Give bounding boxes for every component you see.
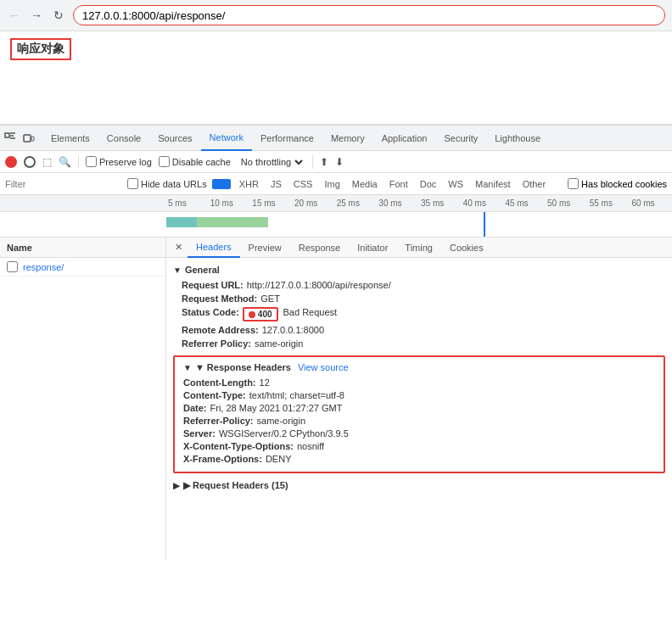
devtools-tabs: Elements Console Sources Network Perform… (0, 126, 672, 151)
filter-font[interactable]: Font (386, 179, 412, 189)
remote-address-row: Remote Address: 127.0.0.1:8000 (173, 325, 665, 335)
tab-cookies[interactable]: Cookies (441, 238, 492, 258)
inspect-icon[interactable] (3, 131, 17, 145)
request-method-row: Request Method: GET (173, 293, 665, 304)
tab-network[interactable]: Network (201, 126, 252, 151)
browser-chrome: ← → ↻ (0, 0, 672, 31)
filter-media[interactable]: Media (349, 179, 381, 189)
request-url-key: Request URL: (182, 280, 244, 290)
filter-icon[interactable]: ⬚ (42, 156, 52, 168)
tab-elements[interactable]: Elements (42, 126, 98, 151)
referrer-policy-val: same-origin (255, 338, 303, 349)
devtools-toolbar: ⬚ 🔍 Preserve log Disable cache No thrott… (0, 151, 672, 173)
tab-preview[interactable]: Preview (240, 238, 290, 258)
referrer-policy-row: Referrer Policy: same-origin (173, 338, 665, 349)
refresh-button[interactable]: ↻ (51, 8, 66, 23)
request-headers-title: ▶ Request Headers (15) (183, 480, 288, 491)
timeline-bar-area (0, 212, 672, 238)
url-input[interactable] (82, 9, 656, 22)
device-icon[interactable] (22, 131, 36, 145)
rh-key-x-frame-options: X-Frame-Options: (183, 454, 262, 464)
filter-js[interactable]: JS (267, 179, 285, 189)
rh-key-referrer-policy: Referrer-Policy: (183, 416, 254, 426)
request-method-val: GET (260, 293, 280, 304)
tab-performance[interactable]: Performance (252, 126, 322, 151)
timeline-header: 5 ms 10 ms 15 ms 20 ms 25 ms 30 ms 35 ms… (0, 195, 672, 212)
referrer-policy-key: Referrer Policy: (182, 338, 251, 349)
devtools: Elements Console Sources Network Perform… (0, 125, 672, 560)
filter-input[interactable] (5, 179, 122, 189)
tab-sources[interactable]: Sources (149, 126, 200, 151)
filter-other[interactable]: Other (519, 179, 550, 189)
rh-row-x-frame-options: X-Frame-Options: DENY (183, 454, 655, 464)
filter-img[interactable]: Img (321, 179, 343, 189)
tab-timing[interactable]: Timing (396, 238, 441, 258)
request-method-key: Request Method: (182, 293, 257, 304)
tick-20ms: 20 ms (293, 198, 335, 208)
disable-cache-checkbox[interactable]: Disable cache (159, 156, 231, 167)
has-blocked-cookies-checkbox[interactable]: Has blocked cookies (568, 178, 667, 189)
remote-address-val: 127.0.0.1:8000 (262, 325, 324, 335)
search-icon[interactable]: 🔍 (59, 156, 71, 168)
throttle-select[interactable]: No throttling (238, 156, 305, 168)
rh-val-content-type: text/html; charset=utf-8 (249, 390, 344, 400)
request-headers-section-header[interactable]: ▶ ▶ Request Headers (15) (173, 480, 665, 491)
hide-data-urls-checkbox[interactable]: Hide data URLs (127, 178, 207, 189)
download-icon[interactable]: ⬇ (335, 156, 344, 168)
tick-40ms: 40 ms (462, 198, 504, 208)
filter-ws[interactable]: WS (445, 179, 467, 189)
back-button[interactable]: ← (7, 8, 22, 23)
tab-initiator[interactable]: Initiator (349, 238, 396, 258)
rh-row-date: Date: Fri, 28 May 2021 01:27:27 GMT (183, 403, 655, 413)
rh-row-referrer-policy: Referrer-Policy: same-origin (183, 416, 655, 426)
tab-response[interactable]: Response (290, 238, 350, 258)
status-code-val: 400 (258, 310, 272, 319)
file-checkbox[interactable] (7, 261, 18, 272)
request-headers-section: ▶ ▶ Request Headers (15) (173, 480, 665, 491)
tab-headers[interactable]: Headers (188, 238, 240, 258)
timeline-bar (166, 217, 268, 227)
filter-xhr[interactable]: XHR (236, 179, 262, 189)
record-button[interactable] (5, 156, 17, 168)
response-headers-arrow: ▼ (183, 363, 192, 372)
status-code-row: Status Code: 400 Bad Request (173, 307, 665, 321)
tab-application[interactable]: Application (373, 126, 436, 151)
tab-memory[interactable]: Memory (322, 126, 373, 151)
list-item[interactable]: response/ (0, 258, 165, 277)
devtools-tab-icons (3, 131, 36, 145)
headers-content: ▼ General Request URL: http://127.0.0.1:… (166, 258, 672, 503)
rh-row-x-content-type: X-Content-Type-Options: nosniff (183, 441, 655, 451)
response-headers-title: ▼ Response Headers (195, 362, 291, 372)
forward-button[interactable]: → (29, 8, 44, 23)
tick-25ms: 25 ms (335, 198, 378, 208)
general-arrow: ▼ (173, 265, 182, 275)
filter-doc[interactable]: Doc (417, 179, 440, 189)
remote-address-key: Remote Address: (182, 325, 259, 335)
address-bar[interactable] (73, 5, 665, 25)
preserve-log-checkbox[interactable]: Preserve log (86, 156, 152, 167)
request-headers-arrow: ▶ (173, 481, 180, 490)
close-detail-button[interactable]: ✕ (170, 242, 188, 253)
rh-key-content-type: Content-Type: (183, 390, 246, 400)
tab-lighthouse[interactable]: Lighthouse (486, 126, 549, 151)
rh-key-x-content-type: X-Content-Type-Options: (183, 441, 294, 451)
rh-val-x-frame-options: DENY (266, 454, 292, 464)
filter-manifest[interactable]: Manifest (472, 179, 514, 189)
filter-bar: Hide data URLs All XHR JS CSS Img Media … (0, 173, 672, 195)
filter-css[interactable]: CSS (290, 179, 316, 189)
stop-button[interactable] (24, 156, 36, 168)
rh-val-referrer-policy: same-origin (257, 416, 305, 426)
upload-icon[interactable]: ⬆ (320, 156, 328, 168)
response-headers-section-header[interactable]: ▼ ▼ Response Headers View source (183, 362, 655, 372)
view-source-link[interactable]: View source (298, 362, 349, 372)
tab-console[interactable]: Console (98, 126, 149, 151)
general-section-header[interactable]: ▼ General (173, 265, 665, 275)
rh-key-server: Server: (183, 428, 216, 439)
timeline-needle (484, 212, 485, 237)
tab-security[interactable]: Security (435, 126, 486, 151)
tick-15ms: 15 ms (250, 198, 293, 208)
status-code-key: Status Code: (182, 307, 239, 321)
rh-val-x-content-type: nosniff (297, 441, 324, 451)
filter-all[interactable]: All (212, 179, 231, 189)
page-content: 响应对象 (0, 31, 672, 125)
